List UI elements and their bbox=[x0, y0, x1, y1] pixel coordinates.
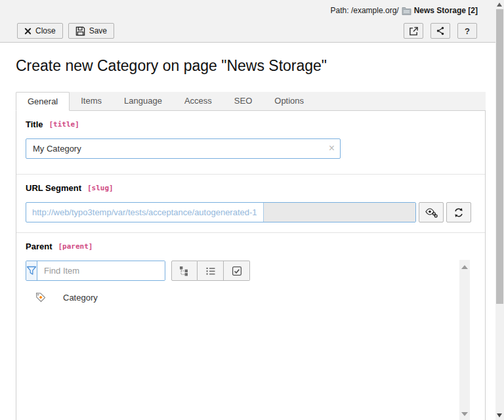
title-field-label-row: Title [title] bbox=[26, 119, 476, 129]
close-button-label: Close bbox=[35, 26, 56, 35]
tree-scroll-down-icon[interactable] bbox=[461, 412, 468, 416]
tree-select-all-button[interactable] bbox=[224, 261, 250, 281]
tab-language[interactable]: Language bbox=[113, 92, 173, 110]
tab-options[interactable]: Options bbox=[263, 92, 315, 110]
record-path-title: News Storage [2] bbox=[414, 6, 478, 15]
parent-field-label: Parent bbox=[26, 242, 52, 251]
scroll-down-icon[interactable] bbox=[497, 413, 502, 417]
tab-content-panel: Title [title] × URL Segment [slug] http:… bbox=[16, 111, 486, 420]
share-icon bbox=[436, 26, 445, 35]
tree-filter-group bbox=[26, 261, 165, 281]
tree-list-view-button[interactable] bbox=[198, 261, 224, 281]
open-in-new-window-button[interactable] bbox=[404, 23, 423, 39]
tree-toolbar bbox=[171, 261, 250, 281]
slug-input[interactable] bbox=[263, 203, 415, 222]
tree-structure-icon bbox=[179, 266, 190, 276]
category-tag-icon bbox=[35, 291, 47, 303]
tab-seo[interactable]: SEO bbox=[223, 92, 263, 110]
scrollbar-thumb[interactable] bbox=[496, 9, 503, 304]
docheader-buttons-right: ? bbox=[404, 23, 477, 39]
scroll-up-icon[interactable] bbox=[497, 3, 502, 7]
slug-prefix: http://web/typo3temp/var/tests/acceptanc… bbox=[26, 203, 263, 222]
help-button[interactable]: ? bbox=[457, 23, 477, 39]
tree-filter-input[interactable] bbox=[37, 261, 165, 280]
title-input-wrap: × bbox=[26, 138, 341, 159]
slug-row: http://web/typo3temp/var/tests/acceptanc… bbox=[26, 202, 476, 222]
tree-item-label: Category bbox=[63, 293, 98, 303]
title-field-section: Title [title] × bbox=[16, 111, 485, 163]
path-label: Path: /example.org/ bbox=[331, 6, 399, 15]
slug-toggle-button[interactable] bbox=[419, 202, 444, 222]
parent-field-code: [parent] bbox=[58, 242, 93, 251]
tree-scrollbar[interactable] bbox=[459, 260, 470, 420]
clear-input-icon[interactable]: × bbox=[329, 142, 335, 155]
close-icon bbox=[24, 28, 32, 35]
refresh-icon bbox=[453, 207, 464, 218]
save-icon bbox=[75, 26, 85, 36]
save-button[interactable]: Save bbox=[68, 23, 114, 39]
parent-field-section: Parent [parent] bbox=[16, 232, 485, 420]
close-button[interactable]: Close bbox=[17, 23, 63, 39]
parent-controls bbox=[26, 261, 476, 281]
tab-items[interactable]: Items bbox=[70, 92, 113, 110]
folder-icon bbox=[402, 7, 411, 15]
slug-field-label-row: URL Segment [slug] bbox=[26, 183, 476, 193]
slug-field-label: URL Segment bbox=[26, 183, 81, 193]
help-icon: ? bbox=[465, 26, 470, 36]
slug-field-section: URL Segment [slug] http://web/typo3temp/… bbox=[16, 174, 485, 222]
parent-field-label-row: Parent [parent] bbox=[26, 242, 476, 251]
tree-item[interactable]: Category bbox=[26, 285, 476, 303]
tab-access[interactable]: Access bbox=[173, 92, 223, 110]
slug-field-group: http://web/typo3temp/var/tests/acceptanc… bbox=[26, 202, 416, 222]
page-title: Create new Category on page "News Storag… bbox=[16, 57, 327, 75]
list-icon bbox=[205, 266, 216, 276]
tree-expand-button[interactable] bbox=[171, 261, 198, 281]
title-field-label: Title bbox=[26, 119, 43, 129]
record-path: Path: /example.org/ News Storage [2] bbox=[331, 6, 478, 15]
save-button-label: Save bbox=[89, 26, 107, 35]
main-scrollbar[interactable] bbox=[495, 0, 504, 420]
funnel-icon bbox=[26, 266, 37, 276]
checkbox-checked-icon bbox=[232, 266, 242, 276]
title-input[interactable] bbox=[26, 138, 341, 159]
tree-scroll-up-icon[interactable] bbox=[461, 265, 468, 269]
title-field-code: [title] bbox=[49, 120, 79, 129]
tab-general[interactable]: General bbox=[16, 92, 70, 111]
docheader: Path: /example.org/ News Storage [2] Clo… bbox=[0, 0, 504, 43]
open-in-new-window-icon bbox=[409, 26, 419, 36]
form-tabs: General Items Language Access SEO Option… bbox=[16, 92, 486, 111]
slug-recalculate-button[interactable] bbox=[446, 202, 471, 222]
slug-field-code: [slug] bbox=[87, 184, 114, 192]
filter-funnel-addon bbox=[26, 261, 37, 280]
docheader-buttons-left: Close Save bbox=[17, 23, 114, 39]
eye-link-icon bbox=[425, 207, 438, 218]
share-button[interactable] bbox=[430, 23, 450, 39]
category-tree: Category bbox=[26, 285, 476, 420]
